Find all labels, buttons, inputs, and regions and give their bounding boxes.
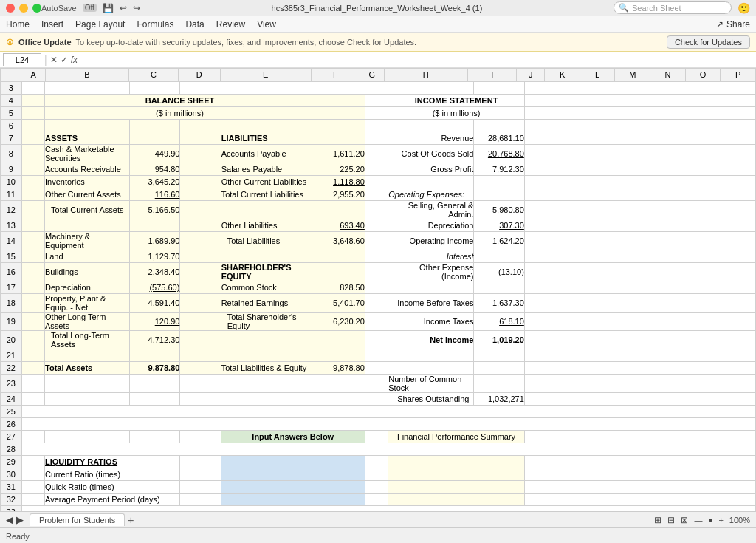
cell-G29[interactable]: [365, 456, 388, 468]
cell-J17[interactable]: [524, 281, 755, 294]
total-liab-equity-label[interactable]: Total Liabilities & Equity: [221, 362, 315, 375]
cell-D30[interactable]: [180, 468, 221, 481]
undo-icon[interactable]: ↩: [120, 3, 127, 13]
cell-J22[interactable]: [524, 362, 755, 375]
cell-J10[interactable]: [524, 176, 755, 188]
cell-G21[interactable]: [365, 349, 388, 362]
cell-B16[interactable]: Buildings: [45, 263, 130, 281]
cell-E9[interactable]: Salaries Payable: [221, 163, 315, 176]
cell-F16[interactable]: [315, 263, 365, 281]
cell-J7[interactable]: [524, 132, 755, 145]
cell-G5[interactable]: [365, 107, 388, 120]
cell-G32[interactable]: [365, 494, 388, 506]
cell-H12[interactable]: Selling, General & Admin.: [388, 201, 474, 219]
formula-input[interactable]: [80, 55, 753, 65]
cell-A9[interactable]: [21, 163, 44, 176]
cell-G31[interactable]: [365, 481, 388, 494]
cell-A25[interactable]: [21, 406, 755, 418]
cell-H11[interactable]: Operating Expenses:: [388, 188, 474, 201]
cell-E10[interactable]: Other Current Liabilities: [221, 176, 315, 188]
cell-G19[interactable]: [365, 313, 388, 331]
cell-A12[interactable]: [21, 201, 44, 219]
cell-J19[interactable]: [524, 313, 755, 331]
net-income-label[interactable]: Net Income: [388, 331, 474, 349]
cell-reference[interactable]: L24: [3, 53, 41, 66]
liabilities-label[interactable]: LIABILITIES: [221, 132, 315, 145]
cell-B18[interactable]: Property, Plant & Equip. - Net: [45, 294, 130, 313]
cell-B27[interactable]: [45, 431, 130, 443]
cell-G10[interactable]: [365, 176, 388, 188]
cell-F17[interactable]: 828.50: [315, 281, 365, 294]
revenue-label[interactable]: Revenue: [388, 132, 474, 145]
cell-D24[interactable]: [180, 393, 221, 406]
quick-ratio-label[interactable]: Quick Ratio (times): [45, 481, 180, 494]
cell-I12[interactable]: 5,980.80: [474, 201, 524, 219]
tab-formulas[interactable]: Formulas: [137, 19, 173, 30]
tab-review[interactable]: Review: [216, 19, 245, 30]
cell-A32[interactable]: [21, 494, 44, 506]
cell-H18[interactable]: Income Before Taxes: [388, 294, 474, 313]
search-bar[interactable]: 🔍 Search Sheet: [614, 1, 732, 14]
maximize-button[interactable]: [32, 4, 41, 13]
cell-B10[interactable]: Inventories: [45, 176, 130, 188]
cell-J3[interactable]: [524, 82, 755, 95]
cell-C8[interactable]: 449.90: [130, 145, 180, 163]
cell-G12[interactable]: [365, 201, 388, 219]
cell-E11[interactable]: Total Current Liabilities: [221, 188, 315, 201]
cell-F8[interactable]: 1,611.20: [315, 145, 365, 163]
cell-H16[interactable]: Other Expense (Income): [388, 263, 474, 281]
cell-A33[interactable]: [21, 506, 755, 512]
cell-J29[interactable]: [524, 456, 755, 468]
shares-outstanding-value[interactable]: 1,032,271: [474, 393, 524, 406]
cell-C11[interactable]: 116.60: [130, 188, 180, 201]
cell-D22[interactable]: [180, 362, 221, 375]
cell-E19[interactable]: Total Shareholder's Equity: [221, 313, 315, 331]
col-header-A[interactable]: A: [21, 69, 46, 81]
cell-A4[interactable]: [21, 95, 44, 107]
cell-D17[interactable]: [180, 281, 221, 294]
cell-B8[interactable]: Cash & Marketable Securities: [45, 145, 130, 163]
cell-F7[interactable]: [315, 132, 365, 145]
cell-D6[interactable]: [180, 120, 221, 132]
zoom-slider[interactable]: ●: [708, 516, 712, 524]
cell-A26[interactable]: [21, 418, 755, 431]
cell-J21[interactable]: [524, 349, 755, 362]
cell-E17[interactable]: Common Stock: [221, 281, 315, 294]
cell-G8[interactable]: [365, 145, 388, 163]
cell-B14[interactable]: Machinery & Equipment: [45, 232, 130, 250]
cell-C9[interactable]: 954.80: [130, 163, 180, 176]
cell-A31[interactable]: [21, 481, 44, 494]
cell-J12[interactable]: [524, 201, 755, 219]
col-header-F[interactable]: F: [311, 69, 360, 81]
cell-J32[interactable]: [524, 494, 755, 506]
cell-E6[interactable]: [221, 120, 315, 132]
cell-B17[interactable]: Depreciation: [45, 281, 130, 294]
cell-D21[interactable]: [180, 349, 221, 362]
cell-G3[interactable]: [365, 82, 388, 95]
cell-A27[interactable]: [21, 431, 44, 443]
cell-A22[interactable]: [21, 362, 44, 375]
cell-A11[interactable]: [21, 188, 44, 201]
input-box-31[interactable]: [221, 481, 365, 494]
cell-H14[interactable]: Operating income: [388, 232, 474, 250]
add-sheet-button[interactable]: +: [128, 514, 134, 526]
cell-I14[interactable]: 1,624.20: [474, 232, 524, 250]
cell-J20[interactable]: [524, 331, 755, 349]
cell-A16[interactable]: [21, 263, 44, 281]
cell-E24[interactable]: [221, 393, 315, 406]
cell-D27[interactable]: [180, 431, 221, 443]
cell-B12[interactable]: Total Current Assets: [45, 201, 130, 219]
cell-C7[interactable]: [130, 132, 180, 145]
cell-J8[interactable]: [524, 145, 755, 163]
cell-C15[interactable]: 1,129.70: [130, 250, 180, 263]
cell-J14[interactable]: [524, 232, 755, 250]
cell-G20[interactable]: [365, 331, 388, 349]
cell-A29[interactable]: [21, 456, 44, 468]
cell-F10[interactable]: 1,118.80: [315, 176, 365, 188]
tab-home[interactable]: Home: [6, 19, 30, 30]
cell-A13[interactable]: [21, 219, 44, 232]
cell-D16[interactable]: [180, 263, 221, 281]
input-box-30[interactable]: [221, 468, 365, 481]
cell-C12[interactable]: 5,166.50: [130, 201, 180, 219]
cogs-value[interactable]: 20,768.80: [474, 145, 524, 163]
